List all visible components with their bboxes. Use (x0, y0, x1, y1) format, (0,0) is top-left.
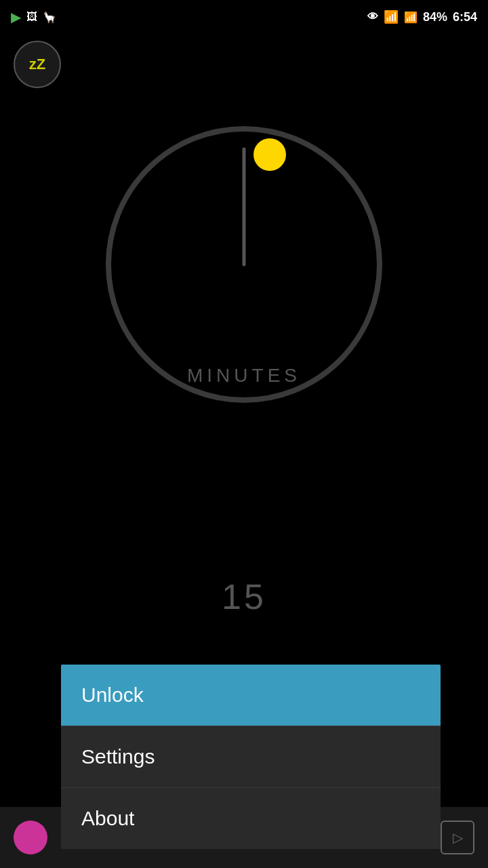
clock: 6:54 (453, 10, 477, 24)
dropdown-menu: Unlock Settings About (61, 665, 441, 849)
status-bar: ▶ 🖼 🦙 👁 📶 📶 84% 6:54 (0, 0, 488, 34)
app-icon[interactable]: zZ (14, 41, 61, 88)
status-bar-left: ▶ 🖼 🦙 (11, 9, 56, 25)
timer-container[interactable]: MINUTES (88, 108, 400, 420)
bottom-dot (14, 821, 47, 854)
status-bar-right: 👁 📶 📶 84% 6:54 (367, 9, 477, 24)
timer-value-display: 15 (222, 576, 266, 617)
gallery-icon: 🖼 (26, 11, 37, 23)
timer-label: MINUTES (187, 365, 301, 387)
menu-item-about[interactable]: About (61, 788, 441, 849)
eye-icon: 👁 (367, 11, 378, 23)
menu-item-unlock[interactable]: Unlock (61, 665, 441, 726)
menu-item-settings[interactable]: Settings (61, 726, 441, 788)
signal-icon: 📶 (404, 11, 418, 24)
svg-point-2 (253, 138, 286, 171)
animal-icon: 🦙 (43, 11, 56, 24)
app-icon-label: zZ (29, 56, 45, 73)
battery-percent: 84% (423, 10, 447, 24)
bottom-right-button[interactable]: ▷ (441, 821, 474, 854)
navigation-icon: ▶ (11, 9, 21, 25)
wifi-icon: 📶 (384, 9, 399, 24)
